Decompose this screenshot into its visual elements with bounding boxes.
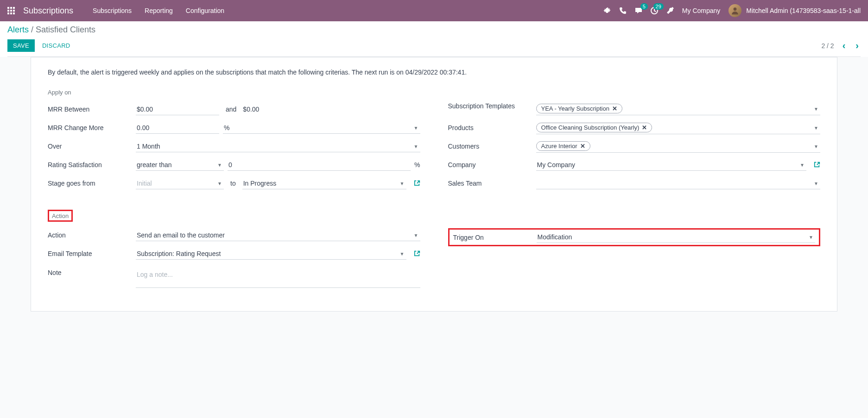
over-select[interactable]: ▼ xyxy=(136,141,420,152)
control-panel: Alerts / Satisfied Clients SAVE DISCARD … xyxy=(0,21,868,57)
note-textarea[interactable] xyxy=(136,269,420,288)
over-label: Over xyxy=(48,143,136,150)
email-tmpl-input[interactable] xyxy=(136,248,406,259)
email-tmpl-label: Email Template xyxy=(48,250,136,257)
wrench-icon[interactable] xyxy=(666,7,674,14)
action-input[interactable] xyxy=(136,230,420,241)
user-menu[interactable]: Mitchell Admin (14739583-saas-15-1-all xyxy=(729,4,861,17)
tag-text: Office Cleaning Subscription (Yearly) xyxy=(541,124,640,131)
chevron-down-icon: ▼ xyxy=(814,106,818,111)
tag-product: Office Cleaning Subscription (Yearly) ✕ xyxy=(536,123,653,132)
company-label: Company xyxy=(448,161,536,168)
mrr-change-unit-input[interactable] xyxy=(223,122,420,133)
pager-text: 2 / 2 xyxy=(821,42,834,50)
breadcrumb: Alerts / Satisfied Clients xyxy=(7,25,861,35)
action-select[interactable]: ▼ xyxy=(136,230,420,241)
breadcrumb-current: Satisfied Clients xyxy=(36,25,95,34)
chevron-down-icon: ▼ xyxy=(814,143,818,149)
activity-badge: 29 xyxy=(653,3,664,10)
mrr-between-label: MRR Between xyxy=(48,106,136,113)
company-select[interactable]: ▼ xyxy=(536,159,807,171)
tag-text: YEA - Yearly Subscription xyxy=(541,105,609,112)
svg-point-0 xyxy=(734,7,737,11)
tag-text: Azure Interior xyxy=(541,143,577,150)
tag-customer: Azure Interior ✕ xyxy=(536,141,590,151)
activity-icon[interactable]: 29 xyxy=(651,7,658,14)
chevron-down-icon: ▼ xyxy=(814,125,818,130)
nav-menu-configuration[interactable]: Configuration xyxy=(186,7,224,14)
tag-yea: YEA - Yearly Subscription ✕ xyxy=(536,104,622,113)
apply-on-grid: MRR Between and $0.00 MRR Change More ▼ xyxy=(48,102,820,195)
sub-tmpl-tags[interactable]: YEA - Yearly Subscription ✕ ▼ xyxy=(536,102,821,115)
action-buttons: SAVE DISCARD xyxy=(7,39,76,52)
breadcrumb-parent[interactable]: Alerts xyxy=(7,25,29,34)
messages-badge: 5 xyxy=(640,3,648,10)
rating-op-input[interactable] xyxy=(136,159,224,170)
external-link-icon[interactable] xyxy=(814,161,820,169)
tag-remove-icon[interactable]: ✕ xyxy=(642,124,647,131)
and-label: and xyxy=(223,106,239,113)
mrr-change-unit[interactable]: ▼ xyxy=(223,122,420,134)
over-input[interactable] xyxy=(136,141,420,152)
company-input[interactable] xyxy=(536,159,807,170)
navbar-left: Subscriptions Subscriptions Reporting Co… xyxy=(7,6,224,16)
form-sheet: By default, the alert is triggered weekl… xyxy=(31,57,837,312)
sales-team-input[interactable] xyxy=(536,178,821,189)
nav-menu-reporting[interactable]: Reporting xyxy=(145,7,173,14)
customers-tags[interactable]: Azure Interior ✕ ▼ xyxy=(536,140,821,153)
rating-val-input[interactable] xyxy=(228,159,411,171)
stage-from-input[interactable] xyxy=(136,178,224,189)
stage-to-input[interactable] xyxy=(242,178,406,189)
trigger-input[interactable] xyxy=(537,231,816,243)
apps-icon[interactable] xyxy=(7,7,15,14)
trigger-label: Trigger On xyxy=(453,234,537,241)
products-label: Products xyxy=(448,124,536,131)
mrr-change-input[interactable] xyxy=(136,122,219,134)
avatar xyxy=(729,4,741,17)
trigger-select[interactable]: ▼ xyxy=(537,231,816,243)
right-col: Subscription Templates YEA - Yearly Subs… xyxy=(448,102,821,195)
messages-icon[interactable]: 5 xyxy=(635,7,642,14)
stage-from-select[interactable]: ▼ xyxy=(136,178,224,189)
stage-to-select[interactable]: ▼ xyxy=(242,178,406,189)
app-title: Subscriptions xyxy=(23,6,73,16)
left-col: MRR Between and $0.00 MRR Change More ▼ xyxy=(48,102,420,195)
pager-next[interactable]: › xyxy=(854,40,861,51)
products-tags[interactable]: Office Cleaning Subscription (Yearly) ✕ … xyxy=(536,121,821,134)
percent-suffix: % xyxy=(414,161,420,168)
top-navbar: Subscriptions Subscriptions Reporting Co… xyxy=(0,0,868,21)
company-switcher[interactable]: My Company xyxy=(682,7,720,14)
stage-label: Stage goes from xyxy=(48,180,136,187)
external-link-icon[interactable] xyxy=(414,250,420,258)
action-section: Action Action ▼ Email Template xyxy=(48,210,820,293)
info-text: By default, the alert is triggered weekl… xyxy=(48,69,820,76)
email-tmpl-select[interactable]: ▼ xyxy=(136,248,406,260)
phone-icon[interactable] xyxy=(619,7,627,14)
external-link-icon[interactable] xyxy=(414,180,420,187)
bug-icon[interactable] xyxy=(603,7,611,14)
pager-prev[interactable]: ‹ xyxy=(841,40,848,51)
tag-remove-icon[interactable]: ✕ xyxy=(580,143,585,150)
nav-menu: Subscriptions Reporting Configuration xyxy=(93,7,224,14)
mrr-from-input[interactable] xyxy=(136,104,219,115)
rating-op-select[interactable]: ▼ xyxy=(136,159,224,171)
navbar-right: 5 29 My Company Mitchell Admin (14739583… xyxy=(603,4,861,17)
action-label: Action xyxy=(48,231,136,239)
tag-remove-icon[interactable]: ✕ xyxy=(612,105,617,112)
note-label: Note xyxy=(48,269,136,276)
user-name: Mitchell Admin (14739583-saas-15-1-all xyxy=(746,7,861,14)
mrr-change-label: MRR Change More xyxy=(48,124,136,131)
to-label: to xyxy=(228,180,239,187)
discard-button[interactable]: DISCARD xyxy=(37,39,76,52)
trigger-highlight: Trigger On ▼ xyxy=(448,228,821,246)
pager: 2 / 2 ‹ › xyxy=(821,40,861,51)
apply-on-header: Apply on xyxy=(48,89,820,96)
nav-menu-subscriptions[interactable]: Subscriptions xyxy=(93,7,132,14)
sub-tmpl-label: Subscription Templates xyxy=(448,102,536,110)
save-button[interactable]: SAVE xyxy=(7,39,35,52)
mrr-to-text: $0.00 xyxy=(243,106,259,113)
action-header: Action xyxy=(52,212,69,219)
rating-label: Rating Satisfaction xyxy=(48,161,136,168)
sales-team-select[interactable]: ▼ xyxy=(536,178,821,189)
control-row: SAVE DISCARD 2 / 2 ‹ › xyxy=(7,39,861,57)
